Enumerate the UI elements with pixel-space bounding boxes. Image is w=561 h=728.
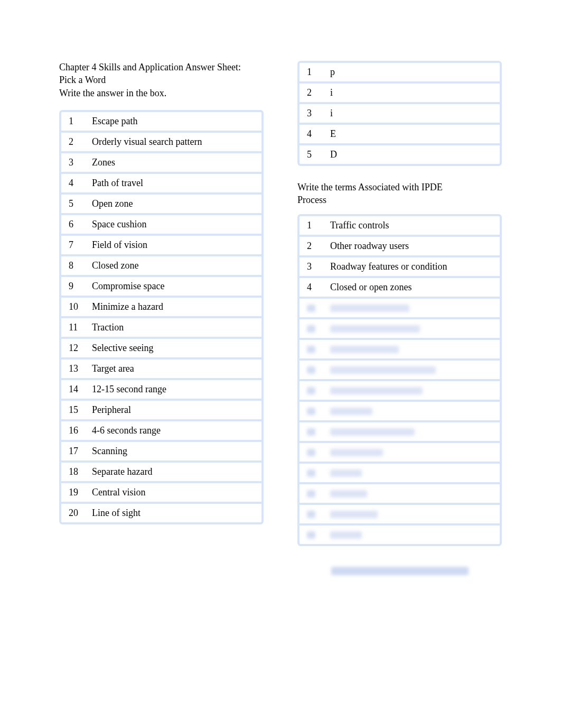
row-number: 3: [300, 103, 323, 124]
row-number-blurred: [300, 401, 323, 421]
row-number: 17: [61, 441, 85, 462]
right-answer-table-1: 1p2i3i4E5D: [297, 61, 502, 166]
row-number: 4: [61, 173, 85, 193]
row-number: 1: [300, 216, 323, 236]
row-answer: D: [323, 144, 500, 164]
header-line-1: Chapter 4 Skills and Application Answer …: [59, 61, 264, 73]
row-number: 10: [61, 297, 85, 317]
table-row-blurred: [300, 442, 500, 463]
row-answer: Roadway features or condition: [323, 256, 500, 277]
table-row: 12Selective seeing: [61, 338, 261, 358]
table-row: 10Minimize a hazard: [61, 297, 261, 317]
table-row-blurred: [300, 318, 500, 339]
row-number: 2: [61, 132, 85, 152]
table-row-blurred: [300, 524, 500, 544]
row-answer: Selective seeing: [85, 338, 261, 358]
ipde-heading-line-2: Process: [297, 193, 502, 206]
row-answer: Orderly visual search pattern: [85, 132, 261, 152]
row-number-blurred: [300, 360, 323, 380]
row-answer-blurred: [323, 360, 500, 380]
table-row: 2Other roadway users: [300, 236, 500, 256]
row-answer: i: [323, 103, 500, 124]
row-number: 4: [300, 124, 323, 144]
row-answer: Scanning: [85, 441, 261, 462]
row-answer: Closed or open zones: [323, 277, 500, 298]
table-row-blurred: [300, 339, 500, 360]
right-answer-table-2: 1Traffic controls2Other roadway users3Ro…: [297, 214, 502, 546]
table-row: 11Traction: [61, 317, 261, 338]
row-answer: 12-15 second range: [85, 379, 261, 400]
row-answer: Other roadway users: [323, 236, 500, 256]
table-row: 164-6 seconds range: [61, 420, 261, 441]
header-line-2: Pick a Word: [59, 73, 264, 86]
row-number-blurred: [300, 421, 323, 442]
row-answer: Field of vision: [85, 235, 261, 255]
table-row: 3i: [300, 103, 500, 124]
row-answer-blurred: [323, 298, 500, 318]
row-number: 15: [61, 400, 85, 420]
row-number-blurred: [300, 380, 323, 401]
table-row-blurred: [300, 360, 500, 380]
row-answer-blurred: [323, 401, 500, 421]
ipde-heading: Write the terms Associated with IPDE Pro…: [297, 181, 502, 207]
row-number: 7: [61, 235, 85, 255]
row-answer: Minimize a hazard: [85, 297, 261, 317]
row-answer: Zones: [85, 152, 261, 173]
row-number-blurred: [300, 483, 323, 504]
row-number-blurred: [300, 504, 323, 524]
row-number: 13: [61, 358, 85, 379]
table-row: 9Compromise space: [61, 276, 261, 297]
row-answer: Traffic controls: [323, 216, 500, 236]
row-number: 1: [300, 63, 323, 82]
row-answer-blurred: [323, 380, 500, 401]
row-number-blurred: [300, 339, 323, 360]
row-answer-blurred: [323, 318, 500, 339]
row-number-blurred: [300, 463, 323, 483]
table-row: 13Target area: [61, 358, 261, 379]
table-row-blurred: [300, 380, 500, 401]
row-number-blurred: [300, 298, 323, 318]
table-row: 2Orderly visual search pattern: [61, 132, 261, 152]
table-row: 15Peripheral: [61, 400, 261, 420]
row-answer: Path of travel: [85, 173, 261, 193]
table-row: 1Escape path: [61, 112, 261, 132]
row-answer-blurred: [323, 524, 500, 544]
row-answer-blurred: [323, 483, 500, 504]
footer-blurred-text: [297, 565, 502, 576]
table-row: 7Field of vision: [61, 235, 261, 255]
worksheet-header: Chapter 4 Skills and Application Answer …: [59, 61, 264, 99]
row-number: 19: [61, 482, 85, 503]
table-row: 20Line of sight: [61, 503, 261, 522]
table-row-blurred: [300, 298, 500, 318]
table-row: 3Roadway features or condition: [300, 256, 500, 277]
table-row: 18Separate hazard: [61, 462, 261, 482]
row-answer: p: [323, 63, 500, 82]
row-number: 5: [300, 144, 323, 164]
row-number: 8: [61, 255, 85, 276]
row-answer: Open zone: [85, 193, 261, 214]
table-row: 6Space cushion: [61, 214, 261, 235]
row-number: 6: [61, 214, 85, 235]
table-row: 5Open zone: [61, 193, 261, 214]
row-answer: Separate hazard: [85, 462, 261, 482]
row-number: 20: [61, 503, 85, 522]
row-number: 9: [61, 276, 85, 297]
row-answer: Space cushion: [85, 214, 261, 235]
row-number: 4: [300, 277, 323, 298]
row-answer-blurred: [323, 504, 500, 524]
table-row-blurred: [300, 421, 500, 442]
row-answer: Traction: [85, 317, 261, 338]
row-answer: Central vision: [85, 482, 261, 503]
row-number: 12: [61, 338, 85, 358]
row-answer-blurred: [323, 463, 500, 483]
left-answer-table: 1Escape path2Orderly visual search patte…: [59, 110, 264, 524]
table-row: 19Central vision: [61, 482, 261, 503]
row-answer: Line of sight: [85, 503, 261, 522]
row-number: 3: [61, 152, 85, 173]
row-number: 16: [61, 420, 85, 441]
row-answer: i: [323, 82, 500, 103]
table-row: 4Closed or open zones: [300, 277, 500, 298]
row-number-blurred: [300, 442, 323, 463]
row-number: 2: [300, 236, 323, 256]
table-row-blurred: [300, 504, 500, 524]
